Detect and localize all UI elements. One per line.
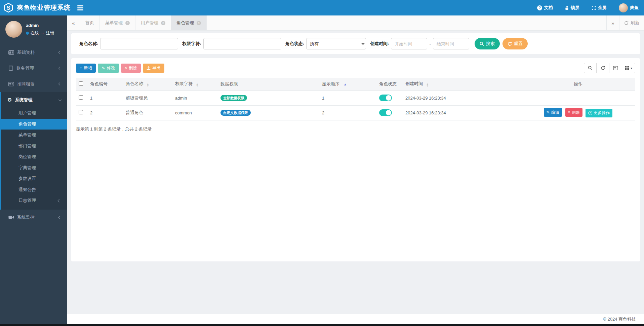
logout-link[interactable]: 注销 (46, 30, 54, 36)
close-icon[interactable]: × (161, 21, 165, 25)
id-card-icon (8, 50, 14, 55)
close-icon[interactable]: × (125, 21, 130, 25)
tabs-scroll-right-button[interactable]: » (606, 15, 619, 30)
docs-link[interactable]: ? 文档 (537, 5, 553, 11)
end-time-input[interactable] (433, 38, 469, 49)
refresh-tab-button[interactable]: 刷新 (619, 15, 644, 30)
svg-text:S: S (7, 5, 10, 11)
sidebar-item-user-mgmt[interactable]: 用户管理 (1, 108, 67, 119)
brand-logo-icon: S (3, 3, 13, 13)
sidebar-group-system: ⚙ 系统管理 用户管理 角色管理 菜单管理 部门管理 岗位管理 字典管理 (0, 92, 67, 210)
brand[interactable]: S 爽鱼物业管理系统 (0, 3, 71, 13)
lock-label: 锁屏 (571, 5, 579, 11)
lock-icon (565, 6, 569, 10)
role-status-toggle[interactable] (379, 95, 392, 101)
system-submenu: 用户管理 角色管理 菜单管理 部门管理 岗位管理 字典管理 参数设置 通知公告 … (1, 108, 67, 210)
role-status-select[interactable]: 所有 (306, 38, 366, 49)
export-button[interactable]: 导出 (143, 64, 164, 73)
chevron-circle-right-icon: › (588, 111, 592, 115)
add-button[interactable]: + 新增 (76, 64, 96, 73)
col-role-status: 角色状态 (376, 78, 403, 90)
perm-string-input[interactable] (203, 38, 281, 49)
refresh-label: 刷新 (631, 20, 639, 26)
start-time-input[interactable] (391, 38, 427, 49)
detail-view-button[interactable] (609, 63, 622, 73)
detail-view-icon (613, 66, 618, 70)
delete-button[interactable]: × 删除 (121, 64, 141, 73)
sidebar-item-log-mgmt[interactable]: 日志管理 (1, 195, 67, 206)
tab-user-mgmt[interactable]: 用户管理 × (135, 15, 171, 30)
cell-role-name: 超级管理员 (123, 90, 172, 105)
col-created-time: 创建时间▲▼ (403, 78, 521, 90)
row-checkbox[interactable] (79, 110, 83, 114)
search-button[interactable]: 搜索 (475, 38, 500, 49)
role-name-input[interactable] (100, 38, 178, 49)
row-delete-button[interactable]: × 删除 (565, 108, 582, 117)
chevron-left-icon (58, 216, 62, 219)
download-icon (147, 66, 151, 70)
search-icon (588, 66, 593, 70)
columns-button[interactable]: ▾ (622, 63, 635, 73)
cell-role-name: 普通角色 (123, 105, 172, 120)
role-status-toggle[interactable] (379, 109, 392, 116)
sort-icon[interactable]: ▲▼ (147, 83, 149, 87)
close-icon: × (568, 110, 570, 115)
sidebar-item-basic-data[interactable]: 基础资料 (0, 44, 67, 60)
user-avatar[interactable] (5, 21, 22, 38)
sidebar-item-system-mgmt[interactable]: ⚙ 系统管理 (1, 92, 67, 108)
sort-icon[interactable]: ▲▼ (196, 83, 198, 87)
cell-perm-string: admin (172, 90, 218, 105)
row-more-actions-button[interactable]: › 更多操作 (586, 109, 612, 117)
toggle-search-button[interactable] (584, 63, 597, 73)
sidebar-item-dict-mgmt[interactable]: 字典管理 (1, 162, 67, 174)
close-icon: × (125, 66, 127, 70)
role-name-label: 角色名称: (79, 41, 98, 47)
table-row[interactable]: 2 普通角色 common 自定义数据权限 2 2024-03-29 16:23… (76, 105, 635, 120)
modify-button[interactable]: ✎ 修改 (98, 64, 119, 73)
sidebar-item-role-mgmt[interactable]: 角色管理 (0, 119, 67, 130)
sort-ascending-icon[interactable]: ▲ (344, 82, 347, 86)
select-all-checkbox[interactable] (79, 81, 83, 86)
table-row[interactable]: 1 超级管理员 admin 全部数据权限 1 2024-03-29 16:23:… (76, 90, 635, 105)
sort-icon[interactable]: ▲▼ (426, 83, 429, 87)
tabs-scroll-left-button[interactable]: « (67, 15, 80, 30)
col-role-name: 角色名称▲▼ (123, 78, 172, 90)
chevron-left-icon (58, 51, 62, 54)
row-checkbox[interactable] (79, 95, 83, 100)
cell-display-order: 1 (319, 90, 376, 105)
cell-display-order: 2 (319, 105, 376, 120)
hamburger-menu-icon[interactable] (77, 5, 83, 10)
data-scope-badge: 全部数据权限 (220, 95, 247, 101)
close-icon[interactable]: × (197, 21, 201, 25)
sidebar-item-post-mgmt[interactable]: 岗位管理 (1, 151, 67, 162)
navbar-username: 爽鱼 (630, 5, 639, 11)
tab-bar: « 首页 菜单管理 × 用户管理 × 角色管理 × » 刷新 (67, 15, 644, 31)
table-toolbar: + 新增 ✎ 修改 × 删除 导出 (76, 63, 635, 73)
fullscreen-link[interactable]: 全屏 (592, 5, 607, 11)
created-time-label: 创建时间: (370, 41, 389, 47)
tab-menu-mgmt[interactable]: 菜单管理 × (100, 15, 135, 30)
tab-role-mgmt[interactable]: 角色管理 × (171, 15, 207, 30)
cell-perm-string: common (172, 105, 218, 120)
lock-screen-link[interactable]: 锁屏 (565, 5, 579, 11)
main-content: « 首页 菜单管理 × 用户管理 × 角色管理 × » 刷新 (67, 15, 644, 314)
sidebar-item-finance[interactable]: 财务管理 (0, 60, 67, 76)
sidebar-item-dept-mgmt[interactable]: 部门管理 (1, 141, 67, 152)
window-bottom-edge (0, 324, 644, 326)
sidebar-item-leasing[interactable]: 招商租赁 (0, 76, 67, 92)
user-menu[interactable]: 爽鱼 (619, 3, 639, 12)
sidebar-item-system-monitor[interactable]: 系统监控 (0, 210, 67, 225)
sidebar-item-menu-mgmt[interactable]: 菜单管理 (1, 130, 67, 141)
date-range-separator: - (429, 41, 431, 46)
sidebar-item-notice[interactable]: 通知公告 (1, 184, 67, 195)
reset-button[interactable]: 重置 (502, 38, 528, 49)
video-camera-icon (8, 215, 14, 219)
refresh-table-button[interactable] (597, 63, 609, 73)
tab-home[interactable]: 首页 (80, 15, 100, 30)
col-data-scope: 数据权限 (218, 78, 319, 90)
id-card-icon (8, 82, 14, 86)
sidebar-item-param-settings[interactable]: 参数设置 (1, 173, 67, 184)
user-name: admin (26, 23, 54, 28)
row-edit-button[interactable]: ✎ 编辑 (544, 108, 562, 117)
table-view-controls: ▾ (584, 63, 635, 73)
